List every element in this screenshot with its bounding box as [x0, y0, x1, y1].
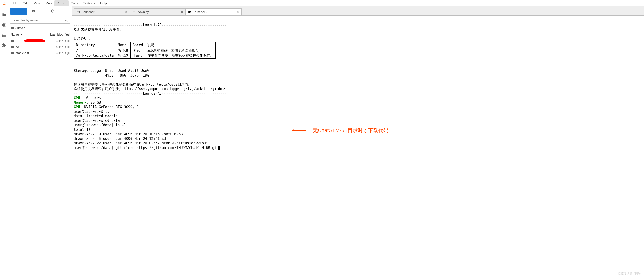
file-browser: + / data / Nam: [8, 6, 72, 278]
breadcrumb-sep: /: [15, 26, 16, 30]
refresh-icon[interactable]: [49, 8, 57, 15]
activity-bar: [0, 0, 8, 278]
launcher-icon: [77, 10, 80, 14]
gpu-label: GPU: [74, 105, 80, 109]
terminal-line: 欢迎来到揽睿星舟AI开发平台。: [74, 27, 123, 31]
menu-file[interactable]: File: [10, 0, 20, 6]
menu-settings[interactable]: Settings: [81, 0, 98, 6]
close-icon[interactable]: ×: [237, 10, 239, 14]
breadcrumb[interactable]: / data /: [8, 24, 72, 31]
terminal-line: 目录说明：: [74, 36, 91, 41]
menu-tabs[interactable]: Tabs: [69, 0, 80, 6]
terminal-output[interactable]: ---------------------------------Lanrui-…: [72, 15, 644, 278]
annotation-text: 无ChatGLM-6B目录时才下载代码: [313, 127, 388, 134]
watermark: CSDN @卷福同学: [618, 272, 641, 276]
svg-point-9: [2, 35, 3, 35]
menu-kernel[interactable]: Kernel: [54, 0, 68, 6]
breadcrumb-sep: /: [24, 26, 25, 30]
folder-icon: [11, 51, 14, 55]
upload-icon[interactable]: [39, 8, 47, 15]
tab-label: Launcher: [82, 10, 94, 14]
tab-downpy[interactable]: down.py ×: [130, 8, 186, 15]
svg-rect-13: [42, 12, 44, 12]
menu-help[interactable]: Help: [98, 0, 109, 6]
terminal-line: Storage Usage: Size Used Avail Use% 493G…: [74, 69, 149, 77]
breadcrumb-folder[interactable]: data: [17, 26, 23, 30]
svg-point-10: [2, 36, 3, 37]
svg-point-1: [2, 5, 3, 6]
folder-icon: [11, 45, 14, 49]
new-tab-button[interactable]: +: [242, 8, 248, 15]
tab-terminal[interactable]: Terminal 2 ×: [186, 8, 242, 15]
column-name[interactable]: Name: [11, 33, 19, 36]
annotation: 无ChatGLM-6B目录时才下载代码: [292, 127, 388, 134]
file-modified: 5 days ago: [56, 45, 70, 48]
tab-bar: Launcher × down.py × Terminal 2 × +: [72, 6, 644, 15]
svg-point-0: [4, 2, 4, 3]
file-list: 3 days ago sd 5 days ago stable-diff... …: [8, 38, 72, 278]
column-modified[interactable]: Last Modified: [50, 33, 70, 36]
close-icon[interactable]: ×: [181, 10, 183, 14]
python-file-icon: [132, 10, 136, 14]
file-modified: 3 days ago: [56, 39, 70, 42]
new-folder-icon[interactable]: [29, 8, 37, 15]
gpu-value: : NVIDIA GeForce RTX 3090, 1: [80, 105, 139, 109]
terminal-shell: user@lsp-ws:~$ ls data imported_models u…: [74, 110, 218, 150]
sort-asc-icon: [20, 33, 22, 36]
file-name: stable-diff...: [16, 51, 31, 55]
cpu-value: : 10 cores: [80, 96, 101, 100]
search-icon: [64, 18, 68, 22]
tab-label: Terminal 2: [193, 10, 207, 14]
svg-point-8: [2, 34, 3, 34]
tab-launcher[interactable]: Launcher ×: [74, 8, 130, 15]
jupyter-logo-icon: [2, 2, 7, 7]
terminal-cursor: [218, 146, 220, 150]
tab-label: down.py: [138, 10, 149, 14]
menu-edit[interactable]: Edit: [21, 0, 31, 6]
svg-rect-4: [4, 24, 5, 26]
toc-icon[interactable]: [2, 33, 6, 38]
menu-view[interactable]: View: [31, 0, 43, 6]
folder-icon: [11, 39, 14, 43]
folder-icon[interactable]: [2, 12, 6, 17]
file-row[interactable]: stable-diff... 3 days ago: [8, 50, 72, 56]
svg-line-15: [67, 20, 68, 21]
extension-icon[interactable]: [2, 43, 6, 48]
terminal-line: 建议用户将需要共享和持久化的数据保存在/ark-contexts/data目录内…: [74, 82, 192, 87]
terminal-icon: [188, 10, 192, 14]
menu-run[interactable]: Run: [44, 0, 54, 6]
svg-point-14: [65, 18, 67, 21]
directory-table: DirectoryNameSpeed说明 / /ark-contexts/dat…: [74, 42, 216, 59]
cpu-label: CPU: [74, 96, 80, 100]
running-icon[interactable]: [2, 23, 6, 27]
memory-value: : 39 GB: [86, 100, 101, 105]
close-icon[interactable]: ×: [125, 10, 127, 14]
menu-bar: File Edit View Run Kernel Tabs Settings …: [8, 0, 644, 6]
new-launcher-button[interactable]: +: [10, 8, 28, 15]
memory-label: Memory: [74, 100, 86, 105]
terminal-line: ---------------------------------Lanrui-…: [74, 23, 227, 27]
svg-rect-12: [33, 11, 34, 11]
file-modified: 3 days ago: [56, 51, 70, 54]
svg-rect-20: [188, 11, 191, 13]
terminal-line: 详细使用文档请查看用户手册。https://www.yuque.com/dagg…: [74, 87, 225, 91]
file-name: sd: [16, 45, 19, 49]
arrow-icon: [292, 130, 306, 131]
file-row[interactable]: 3 days ago: [8, 38, 72, 44]
file-row[interactable]: sd 5 days ago: [8, 44, 72, 50]
folder-icon: [11, 26, 14, 30]
terminal-line: ---------------------------------Lanrui-…: [74, 91, 227, 96]
svg-point-2: [5, 3, 6, 3]
filter-input[interactable]: [10, 17, 70, 24]
svg-rect-16: [77, 11, 80, 13]
